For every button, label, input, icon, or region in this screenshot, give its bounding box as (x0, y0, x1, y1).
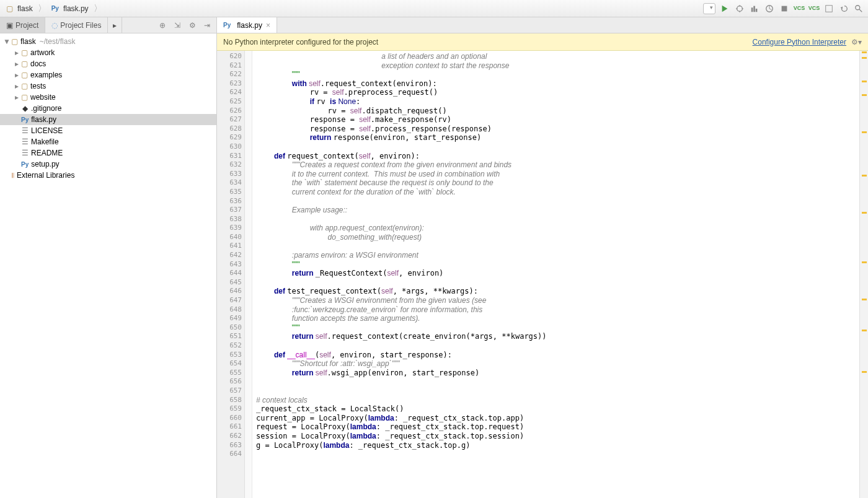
line-number[interactable]: 642 (217, 251, 244, 260)
tree-dir-artwork[interactable]: ▸▢artwork (0, 47, 216, 58)
line-number[interactable]: 648 (217, 305, 244, 315)
warning-marker[interactable] (862, 299, 867, 300)
line-number[interactable]: 635 (217, 188, 244, 197)
line-number[interactable]: 622 (217, 70, 244, 79)
line-number[interactable]: 662 (217, 432, 244, 441)
warning-marker[interactable] (862, 51, 867, 53)
gear-icon[interactable]: ⚙ (187, 20, 198, 31)
line-number[interactable]: 649 (217, 314, 244, 323)
run-icon[interactable] (719, 3, 730, 14)
undo-icon[interactable] (838, 3, 849, 14)
editor-tab-flask[interactable]: Py flask.py × (217, 17, 277, 33)
line-number[interactable]: 659 (217, 404, 244, 414)
line-number[interactable]: 639 (217, 224, 244, 233)
warning-marker[interactable] (862, 81, 867, 82)
tab-project[interactable]: ▣ Project (0, 17, 45, 33)
tree-dir-docs[interactable]: ▸▢docs (0, 58, 216, 69)
debug-icon[interactable] (734, 3, 745, 14)
line-number[interactable]: 621 (217, 61, 244, 71)
line-number[interactable]: 655 (217, 369, 244, 378)
line-number[interactable]: 626 (217, 107, 244, 116)
line-number[interactable]: 628 (217, 124, 244, 134)
line-number[interactable]: 632 (217, 160, 244, 170)
tree-twisty-icon[interactable]: ▸ (12, 82, 21, 90)
line-number[interactable]: 638 (217, 215, 244, 224)
warning-marker[interactable] (862, 131, 867, 133)
vcs-update-icon[interactable]: VCS (794, 3, 805, 14)
line-number[interactable]: 663 (217, 441, 244, 450)
line-number[interactable]: 631 (217, 152, 244, 161)
tree-twisty-icon[interactable]: ▸ (12, 71, 21, 79)
line-number[interactable]: 640 (217, 233, 244, 242)
line-number[interactable]: 647 (217, 296, 244, 305)
tree-file-license[interactable]: ☰LICENSE (0, 125, 216, 136)
tree-file-makefile[interactable]: ☰Makefile (0, 136, 216, 147)
line-number[interactable]: 657 (217, 387, 244, 396)
code-area[interactable]: a list of headers and an optional except… (252, 51, 859, 498)
warning-marker[interactable] (862, 330, 867, 331)
warning-marker[interactable] (862, 94, 867, 96)
line-number[interactable]: 653 (217, 351, 244, 360)
line-number[interactable]: 664 (217, 450, 244, 459)
tree-file-gitignore[interactable]: ◆.gitignore (0, 103, 216, 114)
line-number-gutter[interactable]: 6206216226236246256266276286296306316326… (217, 51, 245, 498)
tree-dir-examples[interactable]: ▸▢examples (0, 69, 216, 81)
tree-file-readme[interactable]: ☰README (0, 147, 216, 159)
warning-marker[interactable] (862, 371, 867, 373)
line-number[interactable]: 624 (217, 88, 244, 97)
hide-panel-icon[interactable]: ⇥ (202, 20, 213, 31)
tree-file-setup[interactable]: Pysetup.py (0, 159, 216, 170)
tree-dir-tests[interactable]: ▸▢tests (0, 81, 216, 92)
tree-dir-website[interactable]: ▸▢website (0, 92, 216, 103)
line-number[interactable]: 651 (217, 332, 244, 341)
project-sidebar[interactable]: ▣ Project ◌ Project Files ▸ ⊕ ⇲ ⚙ ⇥ (0, 17, 217, 498)
tab-project-files[interactable]: ◌ Project Files (45, 17, 108, 33)
close-icon[interactable]: × (266, 21, 270, 30)
tree-twisty-icon[interactable]: ▸ (12, 59, 21, 68)
line-number[interactable]: 645 (217, 278, 244, 287)
marker-bar[interactable] (859, 51, 868, 498)
tree-twisty-icon[interactable]: ▸ (12, 48, 21, 57)
vcs-commit-icon[interactable]: VCS (808, 3, 820, 14)
line-number[interactable]: 637 (217, 206, 244, 215)
stop-icon[interactable] (779, 3, 790, 14)
warning-marker[interactable] (862, 261, 867, 263)
project-tree[interactable]: ▼▢flask~/test/flask▸▢artwork▸▢docs▸▢exam… (0, 33, 216, 183)
line-number[interactable]: 656 (217, 377, 244, 387)
line-number[interactable]: 641 (217, 242, 244, 251)
code-editor[interactable]: 6206216226236246256266276286296306316326… (217, 51, 868, 498)
run-config-dropdown[interactable] (703, 3, 715, 14)
warning-marker[interactable] (862, 175, 867, 177)
line-number[interactable]: 643 (217, 260, 244, 269)
breadcrumb-folder[interactable]: ▢ flask (4, 3, 35, 14)
tree-twisty-icon[interactable]: ▸ (12, 93, 21, 102)
line-number[interactable]: 636 (217, 197, 244, 206)
line-number[interactable]: 634 (217, 178, 244, 188)
tree-external-libraries[interactable]: ⫴External Libraries (0, 170, 216, 181)
line-number[interactable]: 623 (217, 79, 244, 89)
line-number[interactable]: 652 (217, 341, 244, 351)
locate-icon[interactable]: ⊕ (157, 20, 168, 31)
line-number[interactable]: 644 (217, 269, 244, 278)
line-number[interactable]: 630 (217, 142, 244, 152)
line-number[interactable]: 620 (217, 52, 244, 61)
configure-interpreter-link[interactable]: Configure Python Interpreter (753, 38, 846, 46)
line-number[interactable]: 629 (217, 133, 244, 142)
line-number[interactable]: 661 (217, 422, 244, 432)
line-number[interactable]: 654 (217, 359, 244, 369)
collapse-all-icon[interactable]: ⇲ (172, 20, 183, 31)
expand-icon[interactable] (823, 3, 835, 14)
coverage-icon[interactable] (749, 3, 760, 14)
gear-icon[interactable]: ⚙▾ (851, 38, 862, 46)
line-number[interactable]: 646 (217, 287, 244, 296)
line-number[interactable]: 633 (217, 170, 244, 179)
breadcrumb-file[interactable]: Py flask.py (49, 3, 91, 14)
fold-column[interactable] (245, 51, 252, 498)
profile-icon[interactable] (764, 3, 775, 14)
line-number[interactable]: 650 (217, 323, 244, 333)
tree-twisty-icon[interactable]: ▼ (2, 37, 11, 46)
search-icon[interactable] (853, 3, 864, 14)
line-number[interactable]: 625 (217, 97, 244, 107)
line-number[interactable]: 658 (217, 396, 244, 405)
warning-marker[interactable] (862, 212, 867, 214)
